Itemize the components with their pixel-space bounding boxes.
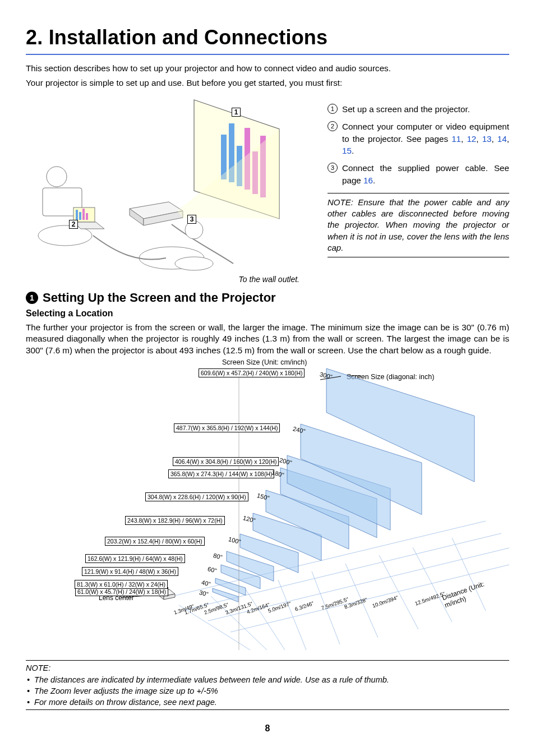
footnote-list: The distances are indicated by intermedi…	[26, 674, 509, 708]
illustration-svg	[26, 95, 301, 275]
section-number-icon: 1	[26, 292, 38, 304]
steps-column: 1Set up a screen and the projector.2Conn…	[328, 92, 509, 284]
step-number-icon: 1	[328, 104, 338, 114]
page-link[interactable]: 12	[467, 134, 476, 144]
footnote-heading: NOTE:	[26, 662, 509, 674]
selecting-body: The further your projector is from the s…	[26, 322, 509, 356]
section-title-text: Setting Up the Screen and the Projector	[43, 291, 276, 305]
callout-1: 1	[232, 108, 241, 117]
section-title: 1 Setting Up the Screen and the Projecto…	[26, 291, 509, 305]
screen-size-box: 406.4(W) x 304.8(H) / 160(W) x 120(H)	[173, 457, 279, 466]
chapter-title: 2. Installation and Connections	[26, 26, 509, 49]
footnote-item: The Zoom lever adjusts the image size up…	[27, 685, 509, 697]
page-link[interactable]: 16	[363, 176, 373, 185]
svg-line-34	[379, 555, 418, 629]
svg-point-22	[175, 257, 213, 270]
screen-size-box: 609.6(W) x 457.2(H) / 240(W) x 180(H)	[199, 368, 305, 377]
throw-distance-chart: Screen Size (Unit: cm/inch) Screen Size …	[26, 358, 509, 656]
page-link[interactable]: 14	[497, 134, 507, 144]
footnotes: NOTE: The distances are indicated by int…	[26, 660, 509, 710]
screen-size-box: 162.6(W) x 121.9(H) / 64(W) x 48(H)	[85, 554, 185, 563]
title-underline	[26, 54, 509, 55]
step-number-icon: 3	[328, 163, 338, 173]
illustration-caption: To the wall outlet.	[26, 275, 301, 284]
step-item: 1Set up a screen and the projector.	[328, 103, 509, 115]
svg-rect-15	[86, 213, 88, 220]
page-link[interactable]: 13	[482, 134, 492, 144]
step-text: Set up a screen and the projector.	[342, 103, 470, 115]
screen-size-box: 365.8(W) x 274.3(H) / 144(W) x 108(H)	[168, 469, 274, 478]
callout-3: 3	[187, 215, 196, 224]
screen-size-box: 304.8(W) x 228.6(H) / 120(W) x 90(H)	[145, 492, 248, 501]
intro-line-2: Your projector is simple to set up and u…	[26, 77, 509, 89]
top-block: 1 2 3 To the wall outlet. 1Set up a scre…	[26, 92, 509, 284]
step-text: Connect the supplied power cable. See pa…	[342, 162, 509, 186]
footnote-item: The distances are indicated by intermedi…	[27, 674, 509, 685]
svg-rect-12	[76, 210, 78, 220]
illustration-column: 1 2 3 To the wall outlet.	[26, 92, 301, 284]
sub-title: Selecting a Location	[26, 308, 509, 319]
intro-line-1: This section describes how to set up you…	[26, 63, 509, 74]
page-link[interactable]: 11	[451, 134, 461, 144]
svg-rect-13	[79, 212, 81, 220]
chart-svg	[26, 358, 509, 656]
svg-line-35	[413, 547, 452, 622]
svg-rect-14	[82, 209, 85, 220]
setup-illustration: 1 2 3	[26, 95, 301, 275]
step-item: 3Connect the supplied power cable. See p…	[328, 162, 509, 186]
screen-size-box: 81.3(W) x 61.0(H) / 32(W) x 24(H)	[75, 580, 168, 589]
page-link[interactable]: 15	[342, 146, 352, 155]
step-list: 1Set up a screen and the projector.2Conn…	[328, 103, 509, 186]
screen-size-box: 121.9(W) x 91.4(H) / 48(W) x 36(H)	[82, 567, 178, 576]
footnote-item: For more details on throw distance, see …	[27, 697, 509, 708]
screen-size-box: 243.8(W) x 182.9(H) / 96(W) x 72(H)	[125, 516, 225, 525]
step-item: 2Connect your computer or video equipmen…	[328, 121, 509, 156]
svg-point-10	[47, 167, 67, 187]
svg-line-30	[245, 588, 285, 650]
page-number: 8	[0, 723, 535, 734]
screen-size-box: 487.7(W) x 365.8(H) / 192(W) x 144(H)	[174, 423, 280, 432]
note-box: NOTE: Ensure that the power cable and an…	[328, 193, 509, 257]
step-text: Connect your computer or video equipment…	[342, 121, 509, 156]
screen-size-box: 203.2(W) x 152.4(H) / 80(W) x 60(H)	[105, 537, 205, 546]
step-number-icon: 2	[328, 121, 338, 131]
callout-2: 2	[69, 220, 78, 229]
